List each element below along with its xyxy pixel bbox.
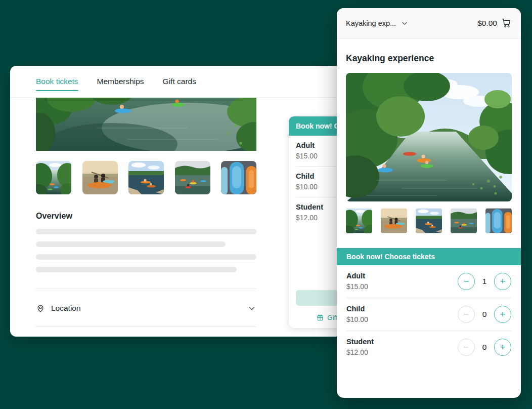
gallery-thumbnail-kayaks-closeup[interactable] [221, 161, 256, 194]
ticket-name: Student [346, 338, 374, 346]
gallery-thumbnail-group[interactable] [451, 208, 477, 234]
event-selector-dropdown[interactable]: Kayaking exp... [346, 19, 409, 27]
increase-quantity-button[interactable]: + [494, 339, 511, 356]
photo-gallery [36, 161, 256, 194]
quantity-stepper: − 0 + [458, 306, 511, 323]
tab-memberships[interactable]: Memberships [97, 67, 144, 96]
map-pin-icon [36, 304, 45, 313]
decrease-quantity-button[interactable]: − [458, 339, 475, 356]
text-placeholder-bar [36, 254, 256, 260]
gallery-thumbnail-lake[interactable] [128, 161, 164, 194]
ticket-list: Adult $15.00 − 1 + Child $10.00 − [346, 265, 511, 363]
increase-quantity-button[interactable]: + [494, 273, 511, 290]
plus-icon: + [500, 309, 505, 319]
decrease-quantity-button[interactable]: − [458, 306, 475, 323]
gallery-thumbnail-couple-kayak[interactable] [82, 161, 118, 194]
ticket-price: $10.00 [346, 315, 368, 323]
divider [36, 289, 256, 289]
chevron-down-icon[interactable] [247, 304, 256, 313]
gallery-thumbnail-kayaks-closeup[interactable] [485, 208, 512, 234]
gallery-thumbnail-river[interactable] [36, 161, 71, 194]
decrease-quantity-button[interactable]: − [458, 273, 475, 290]
minus-icon: − [463, 309, 469, 319]
choose-tickets-banner: Book now! Choose tickets [337, 248, 521, 265]
shopping-cart-icon [501, 18, 512, 28]
ticket-row: Child $10.00 − 0 + [346, 298, 511, 331]
quantity-value: 1 [481, 277, 487, 286]
gallery-thumbnail-river[interactable] [346, 208, 372, 234]
quantity-value: 0 [481, 343, 487, 352]
gift-link-label: Gift [327, 314, 338, 321]
location-accordion[interactable]: Location [36, 298, 256, 319]
photo-gallery [346, 208, 512, 234]
tab-book-tickets[interactable]: Book tickets [36, 67, 78, 96]
event-photo-main [346, 73, 512, 201]
gift-tickets-link[interactable]: Gift [316, 313, 338, 321]
quantity-stepper: − 1 + [458, 273, 511, 290]
ticket-widget-panel: Kayaking exp... $0.00 Kayaking experienc… [337, 8, 521, 398]
minus-icon: − [463, 342, 469, 352]
increase-quantity-button[interactable]: + [494, 306, 511, 323]
text-placeholder-bar [36, 241, 226, 247]
cart-button[interactable]: $0.00 [477, 18, 512, 28]
overview-title: Overview [36, 212, 256, 221]
gallery-thumbnail-group[interactable] [175, 161, 210, 194]
ticket-row: Adult $15.00 − 1 + [346, 265, 511, 298]
ticket-row: Student $12.00 − 0 + [346, 331, 511, 363]
tab-bar: Book tickets Memberships Gift cards [10, 66, 344, 98]
ticket-price: $12.00 [346, 348, 374, 356]
storefront-panel: Book tickets Memberships Gift cards Over… [10, 66, 344, 337]
plus-icon: + [500, 342, 505, 352]
location-label: Location [51, 304, 81, 313]
ticket-name: Adult [346, 272, 368, 280]
text-placeholder-bar [36, 267, 237, 272]
tab-label: Gift cards [163, 77, 196, 86]
text-placeholder-bar [36, 229, 256, 234]
event-selector-label: Kayaking exp... [346, 19, 396, 27]
ticket-price: $15.00 [346, 282, 368, 291]
gift-icon [316, 313, 324, 321]
tab-label: Memberships [97, 77, 144, 86]
cart-total: $0.00 [477, 19, 497, 28]
text-placeholder-block [36, 229, 256, 272]
widget-header: Kayaking exp... $0.00 [337, 8, 521, 38]
quantity-value: 0 [481, 310, 487, 319]
ticket-name: Child [346, 305, 368, 313]
tab-gift-cards[interactable]: Gift cards [163, 67, 196, 96]
overview-section: Overview [36, 212, 256, 279]
chevron-down-icon [401, 19, 409, 27]
plus-icon: + [500, 276, 505, 286]
gallery-thumbnail-lake[interactable] [416, 208, 442, 234]
tab-label: Book tickets [36, 77, 78, 86]
minus-icon: − [463, 276, 469, 286]
divider [36, 326, 256, 327]
gallery-thumbnail-couple-kayak[interactable] [381, 208, 407, 234]
event-title: Kayaking experience [346, 53, 434, 64]
event-photo-main [36, 98, 256, 151]
quantity-stepper: − 0 + [458, 339, 511, 356]
